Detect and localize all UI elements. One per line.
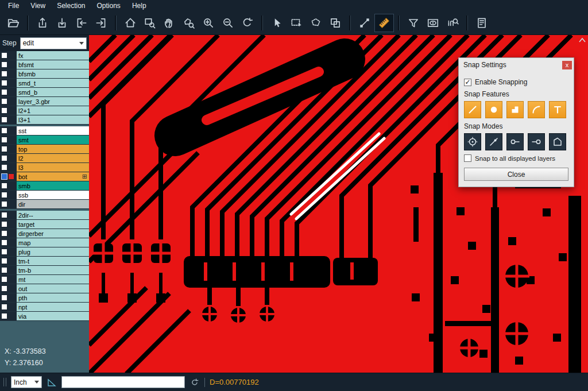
layer-label-cell[interactable]: pth	[17, 293, 89, 302]
enter-right-button[interactable]	[91, 14, 111, 32]
dialog-title-bar[interactable]: Snap Settings x	[459, 58, 574, 72]
layer-visibility-checkbox[interactable]	[2, 258, 7, 264]
layer-row-2dir-[interactable]: 2dir--	[0, 211, 89, 220]
layer-visibility-checkbox[interactable]	[2, 174, 7, 179]
unit-select[interactable]: Inch	[11, 376, 42, 388]
search-layers-button[interactable]	[443, 14, 462, 32]
layer-row-bfsmt[interactable]: bfsmt	[0, 60, 89, 69]
layer-row-l2-1[interactable]: l2+1	[0, 106, 89, 115]
menu-item-view[interactable]: View	[25, 1, 51, 11]
angle-tool-icon[interactable]	[47, 377, 57, 388]
layer-row-smb[interactable]: smb	[0, 181, 89, 191]
pan-button[interactable]	[160, 14, 179, 32]
layer-label-cell[interactable]: smb	[17, 181, 89, 190]
close-button[interactable]: Close	[464, 168, 568, 181]
layer-visibility-checkbox[interactable]	[2, 286, 7, 291]
menu-item-options[interactable]: Options	[91, 1, 126, 11]
layer-visibility-checkbox[interactable]	[2, 192, 7, 198]
layer-label-cell[interactable]: npt	[17, 303, 89, 311]
zoom-in-button[interactable]	[199, 14, 218, 32]
snap-arc-button[interactable]	[528, 101, 545, 118]
layer-row-dirgerber[interactable]: dirgerber	[0, 229, 89, 238]
layer-row-dir[interactable]: dir	[0, 200, 89, 209]
layer-label-cell[interactable]: bot⊞	[17, 172, 89, 181]
layer-visibility-checkbox[interactable]	[2, 313, 7, 319]
zoom-polygon-button[interactable]	[179, 14, 199, 32]
layer-label-cell[interactable]: tm-b	[17, 266, 89, 274]
layer-label-cell[interactable]: dir	[17, 200, 89, 208]
layer-label-cell[interactable]: plug	[17, 247, 89, 256]
layer-label-cell[interactable]: via	[17, 312, 89, 320]
layer-label-cell[interactable]: fx	[17, 51, 89, 60]
step-select[interactable]: edit	[20, 37, 87, 49]
layer-label-cell[interactable]: smd_b	[17, 88, 89, 96]
layer-visibility-checkbox[interactable]	[2, 165, 7, 170]
layer-label-cell[interactable]: layer_3.gbr	[17, 97, 89, 106]
layer-visibility-checkbox[interactable]	[2, 53, 7, 58]
layer-label-cell[interactable]: l3	[17, 163, 89, 172]
layer-visibility-checkbox[interactable]	[2, 62, 7, 67]
layer-label-cell[interactable]: l2	[17, 154, 89, 162]
layer-label-cell[interactable]: bfsmb	[17, 69, 89, 78]
layer-visibility-checkbox[interactable]	[2, 156, 7, 161]
layer-label-cell[interactable]: top	[17, 145, 89, 153]
select-group-button[interactable]	[326, 14, 345, 32]
zoom-window-button[interactable]	[140, 14, 160, 32]
layer-row-pth[interactable]: pth	[0, 293, 89, 303]
layer-label-cell[interactable]: 2dir--	[17, 211, 89, 219]
layer-row-tm-b[interactable]: tm-b	[0, 266, 89, 275]
layer-visibility-checkbox[interactable]	[2, 268, 7, 273]
layer-visibility-checkbox[interactable]	[2, 249, 7, 254]
snap-slot-right-button[interactable]	[528, 133, 545, 150]
layer-row-smt[interactable]: smt	[0, 136, 89, 145]
layer-row-fx[interactable]: fx	[0, 51, 89, 60]
layer-label-cell[interactable]: target	[17, 220, 89, 229]
layer-row-sst[interactable]: sst	[0, 126, 89, 136]
snap-nearest-button[interactable]	[485, 133, 502, 150]
all-layers-checkbox[interactable]	[464, 154, 471, 162]
layer-row-mt[interactable]: mt	[0, 275, 89, 284]
enable-snapping-checkbox[interactable]: ✓	[464, 79, 471, 86]
all-layers-row[interactable]: Snap to all displayed layers	[464, 154, 568, 162]
layer-visibility-checkbox[interactable]	[2, 202, 7, 207]
menu-item-file[interactable]: File	[2, 1, 25, 11]
layer-row-map[interactable]: map	[0, 238, 89, 247]
layer-row-target[interactable]: target	[0, 220, 89, 229]
home-view-button[interactable]	[121, 14, 140, 32]
layer-label-cell[interactable]: tm-t	[17, 257, 89, 265]
snap-vertex-button[interactable]	[549, 133, 566, 150]
line-tool-button[interactable]	[355, 14, 374, 32]
refresh-icon[interactable]	[189, 377, 200, 388]
layer-visibility-checkbox[interactable]	[2, 212, 7, 218]
layer-row-l3-1[interactable]: l3+1	[0, 115, 89, 125]
layer-row-tm-t[interactable]: tm-t	[0, 257, 89, 266]
snap-center-button[interactable]	[464, 133, 481, 150]
layer-row-l2[interactable]: l2	[0, 154, 89, 163]
layer-label-cell[interactable]: ssb	[17, 191, 89, 199]
layer-visibility-checkbox[interactable]	[2, 99, 7, 104]
zoom-out-button[interactable]	[218, 14, 238, 32]
layer-label-cell[interactable]: l3+1	[17, 115, 89, 124]
layer-row-out[interactable]: out	[0, 284, 89, 293]
layer-visibility-checkbox[interactable]	[2, 117, 7, 122]
report-button[interactable]	[472, 14, 492, 32]
view-options-button[interactable]	[423, 14, 443, 32]
exit-left-button[interactable]	[72, 14, 91, 32]
layer-row-plug[interactable]: plug	[0, 247, 89, 257]
import-button[interactable]	[52, 14, 72, 32]
export-button[interactable]	[33, 14, 52, 32]
layer-row-smd-b[interactable]: smd_b	[0, 88, 89, 97]
layer-label-cell[interactable]: dirgerber	[17, 229, 89, 238]
measure-button[interactable]	[374, 14, 394, 32]
menu-item-help[interactable]: Help	[126, 1, 152, 11]
layer-row-l3[interactable]: l3	[0, 163, 89, 172]
layer-visibility-checkbox[interactable]	[2, 277, 7, 282]
layer-label-cell[interactable]: out	[17, 284, 89, 293]
layer-visibility-checkbox[interactable]	[2, 80, 7, 86]
zoom-reset-button[interactable]	[238, 14, 257, 32]
snap-text-button[interactable]	[549, 101, 566, 118]
layer-row-via[interactable]: via	[0, 312, 89, 321]
layer-visibility-checkbox[interactable]	[2, 231, 7, 236]
select-rectangle-button[interactable]	[287, 14, 306, 32]
layer-label-cell[interactable]: l2+1	[17, 106, 89, 115]
